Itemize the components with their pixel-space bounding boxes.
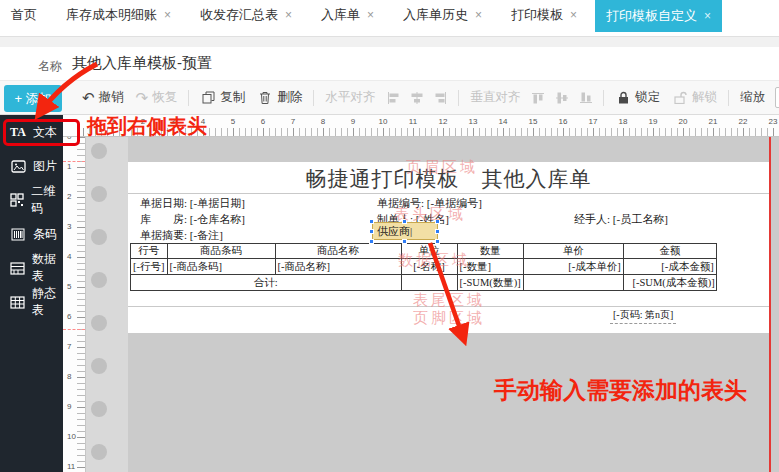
align-center-h-button[interactable] [411, 92, 423, 104]
copy-button[interactable]: 复制 [200, 89, 245, 106]
field-handler[interactable]: 经手人: [-员工名称] [574, 212, 668, 227]
tab-5[interactable]: 打印模板× [500, 0, 588, 30]
design-canvas[interactable]: 畅捷通打印模板 其他入库单 单据日期: [-单据日期] 单据编号: [-单据编号… [86, 137, 779, 472]
tab-close-icon[interactable]: × [475, 8, 482, 22]
hruler-number: 11 [409, 117, 417, 126]
tab-close-icon[interactable]: × [570, 8, 577, 22]
tab-close-icon[interactable]: × [367, 8, 374, 22]
align-bottom-icon [580, 92, 592, 104]
resize-handle[interactable] [369, 219, 374, 224]
hruler-number: 5 [231, 117, 235, 126]
resize-handle[interactable] [402, 239, 407, 244]
undo-button[interactable]: ↶ 撤销 [82, 89, 124, 106]
resize-handle[interactable] [435, 219, 440, 224]
sidebar-item-image[interactable]: 图片 [0, 149, 63, 183]
tab-label: 打印模板 [511, 6, 563, 24]
tab-6[interactable]: 打印模板自定义× [595, 0, 722, 32]
lock-icon [615, 90, 631, 106]
hruler-number: 7 [291, 117, 295, 126]
resize-handle[interactable] [435, 239, 440, 244]
tab-label: 入库单 [321, 6, 360, 24]
align-right-icon [435, 92, 447, 104]
horizontal-align-label: 水平对齐 [325, 89, 375, 106]
hruler-number: 18 [619, 117, 628, 126]
field-doc-no[interactable]: 单据编号: [-单据编号] [377, 196, 482, 211]
vruler-number: 1 [67, 162, 71, 171]
hruler-number: 9 [351, 117, 355, 126]
align-middle-button[interactable] [556, 92, 568, 104]
manual-input-annotation: 手动输入需要添加的表头 [494, 375, 747, 406]
supplier-textbox[interactable]: 供应商| [372, 222, 438, 240]
sidebar-item-barcode[interactable]: 条码 [0, 217, 63, 251]
redo-button[interactable]: ↷ 恢复 [136, 89, 178, 106]
tab-close-icon[interactable]: × [164, 8, 171, 22]
align-bottom-button[interactable] [580, 92, 592, 104]
tab-label: 库存成本明细账 [66, 6, 157, 24]
align-top-icon [532, 92, 544, 104]
margin-dot [91, 358, 107, 374]
sidebar-item-datatable[interactable]: 数据表 [0, 251, 63, 285]
align-top-button[interactable] [532, 92, 544, 104]
drag-hint-annotation: 拖到右侧表头 [87, 113, 207, 140]
tab-2[interactable]: 收发存汇总表× [189, 0, 303, 30]
hruler-number: 15 [529, 117, 538, 126]
tab-close-icon[interactable]: × [285, 8, 292, 22]
static-table-icon [10, 294, 25, 310]
toolbar: + 添加 ↶ 撤销 ↷ 恢复 复制 删除 [0, 80, 779, 115]
align-right-button[interactable] [435, 92, 447, 104]
hruler-number: 12 [439, 117, 448, 126]
resize-handle[interactable] [369, 239, 374, 244]
text-cursor: | [410, 225, 412, 237]
resize-handle[interactable] [435, 229, 440, 234]
resize-handle[interactable] [369, 229, 374, 234]
sidebar-item-statictable[interactable]: 静态表 [0, 285, 63, 319]
table-data-row: [-行号] [-商品条码] [-商品名称] [-名称] [-数量] [-成本单价… [131, 259, 717, 275]
hruler-number: 13 [469, 117, 478, 126]
page-bottom-marker [63, 329, 85, 330]
tab-0[interactable]: 首页 [0, 0, 48, 30]
divider [603, 90, 604, 106]
name-label: 名称 [38, 58, 62, 75]
margin-dot [91, 272, 107, 288]
tab-close-icon[interactable]: × [704, 9, 711, 23]
hruler-number: 19 [649, 117, 658, 126]
print-template-designer: 首页库存成本明细账×收发存汇总表×入库单×入库单历史×打印模板×打印模板自定义×… [0, 0, 779, 472]
resize-handle[interactable] [402, 219, 407, 224]
qrcode-icon [10, 192, 24, 208]
template-page[interactable]: 畅捷通打印模板 其他入库单 单据日期: [-单据日期] 单据编号: [-单据编号… [128, 162, 769, 333]
unlock-icon [672, 90, 688, 106]
margin-dot [91, 143, 107, 159]
tab-3[interactable]: 入库单× [310, 0, 385, 30]
document-title[interactable]: 畅捷通打印模板 其他入库单 [128, 165, 769, 193]
items-table[interactable]: 行号 商品条码 商品名称 单位 数量 单价 金额 [-行号] [-商品条码] [… [130, 243, 717, 291]
tab-1[interactable]: 库存成本明细账× [55, 0, 182, 30]
watermark-table-foot: 表尾区域 [413, 291, 485, 310]
field-date[interactable]: 单据日期: [-单据日期] [140, 196, 245, 211]
hruler-number: 21 [709, 117, 718, 126]
sidebar-item-qrcode[interactable]: 二维码 [0, 183, 63, 217]
tab-4[interactable]: 入库单历史× [392, 0, 493, 30]
lock-button[interactable]: 锁定 [615, 89, 660, 106]
vruler-number: 3 [67, 222, 71, 231]
margin-dot [91, 444, 107, 460]
vertical-align-label: 垂直对齐 [470, 89, 520, 106]
page-number-field[interactable]: [-页码: 第n页] [610, 308, 676, 324]
add-button[interactable]: + 添加 [4, 85, 62, 112]
zoom-label: 缩放 [740, 89, 765, 106]
vruler-number: 5 [67, 282, 71, 291]
zoom-select[interactable]: 100% ▾ [775, 87, 779, 108]
unlock-button[interactable]: 解锁 [672, 89, 717, 106]
barcode-icon [10, 226, 26, 242]
field-summary[interactable]: 单据摘要: [-备注] [140, 228, 223, 243]
hruler-number: 10 [379, 117, 388, 126]
divider [313, 90, 314, 106]
hruler-number: 16 [559, 117, 568, 126]
tab-label: 首页 [11, 6, 37, 24]
table-header-row: 行号 商品条码 商品名称 单位 数量 单价 金额 [131, 244, 717, 259]
align-left-button[interactable] [387, 92, 399, 104]
vruler-number: 4 [67, 252, 71, 261]
delete-button[interactable]: 删除 [257, 89, 302, 106]
hruler-number: 6 [261, 117, 265, 126]
align-middle-icon [556, 92, 568, 104]
field-warehouse[interactable]: 库 房: [-仓库名称] [140, 212, 245, 227]
